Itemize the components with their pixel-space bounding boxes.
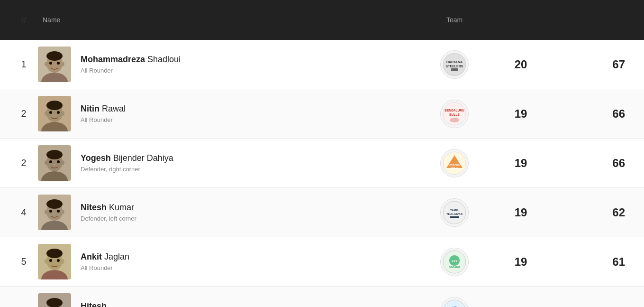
player-matches: 19 xyxy=(483,157,559,170)
player-name: Hitesh xyxy=(81,301,426,307)
player-rank: 4 xyxy=(9,207,38,218)
player-role: Defender, right corner xyxy=(81,166,426,173)
header-name: Name xyxy=(38,16,426,24)
svg-point-50 xyxy=(57,210,60,213)
player-tackle-points: 67 xyxy=(559,58,635,71)
team-logo: BENGALURU BULLS xyxy=(440,100,469,128)
svg-text:BULLS: BULLS xyxy=(449,113,460,116)
table-row[interactable]: 1 xyxy=(0,40,644,89)
player-name: Mohammadreza Shadloui xyxy=(81,55,426,65)
player-info: Mohammadreza Shadloui All Rounder xyxy=(38,47,426,82)
svg-text:BENGALURU: BENGALURU xyxy=(444,109,464,112)
table-row[interactable]: 2 xyxy=(0,139,644,188)
svg-point-21 xyxy=(49,111,52,114)
player-photo xyxy=(38,244,71,279)
player-team: DABANG DELHI xyxy=(426,149,483,177)
player-first-name: Hitesh xyxy=(81,301,107,307)
svg-text:TAMIL: TAMIL xyxy=(450,209,459,212)
svg-text:★★★: ★★★ xyxy=(452,260,458,262)
player-matches: 20 xyxy=(483,58,559,71)
player-info: Ankit Jaglan All Rounder xyxy=(38,244,426,279)
player-matches: 19 xyxy=(483,255,559,269)
player-tackle-points: 66 xyxy=(559,107,635,121)
player-last-name: Kumar xyxy=(109,203,134,212)
player-info: Yogesh Bijender Dahiya Defender, right c… xyxy=(38,145,426,181)
table-row[interactable]: 6 xyxy=(0,287,644,307)
header-tackle: Tackle Points xyxy=(559,7,635,33)
team-logo: TAMIL THALAIVAS xyxy=(440,198,469,227)
svg-text:DABANG: DABANG xyxy=(449,163,460,166)
svg-rect-55 xyxy=(450,216,459,218)
player-name: Yogesh Bijender Dahiya xyxy=(81,153,426,164)
svg-point-7 xyxy=(49,62,52,65)
svg-point-61 xyxy=(45,259,48,264)
svg-point-36 xyxy=(57,160,60,163)
svg-point-48 xyxy=(61,210,64,214)
player-tackle-points: 61 xyxy=(559,255,635,269)
svg-point-9 xyxy=(54,65,55,67)
table-row[interactable]: 5 xyxy=(0,237,644,287)
player-matches: 19 xyxy=(483,305,559,307)
player-details: Mohammadreza Shadloui All Rounder xyxy=(81,55,426,74)
player-photo xyxy=(38,96,71,131)
table-row[interactable]: 2 xyxy=(0,89,644,139)
header-rank: # xyxy=(9,15,38,26)
player-details: Nitesh Kumar Defender, left corner xyxy=(81,203,426,222)
player-role: All Rounder xyxy=(81,67,426,74)
svg-point-35 xyxy=(49,160,52,163)
player-role: All Rounder xyxy=(81,264,426,271)
player-name: Nitesh Kumar xyxy=(81,203,426,213)
player-photo xyxy=(38,47,71,82)
team-logo: DABANG DELHI xyxy=(440,149,469,177)
svg-point-27 xyxy=(450,118,459,122)
player-last-name: Shadloui xyxy=(147,55,181,64)
svg-point-62 xyxy=(61,259,64,264)
svg-text:DELHI: DELHI xyxy=(451,167,459,169)
player-rank: 1 xyxy=(9,59,38,70)
svg-point-47 xyxy=(45,210,48,214)
player-first-name: Mohammadreza xyxy=(81,55,145,64)
table-body: 1 xyxy=(0,40,644,307)
svg-text:DABANG: DABANG xyxy=(449,266,460,269)
player-details: Yogesh Bijender Dahiya Defender, right c… xyxy=(81,153,426,173)
player-last-name: Jaglan xyxy=(104,252,129,261)
svg-point-20 xyxy=(61,111,64,116)
player-team: BENGALURU BULLS xyxy=(426,100,483,128)
player-tackle-points: 62 xyxy=(559,206,635,219)
player-name: Ankit Jaglan xyxy=(81,252,426,262)
svg-point-22 xyxy=(57,111,60,114)
svg-point-49 xyxy=(49,210,52,213)
player-rank: 2 xyxy=(9,108,38,119)
player-photo xyxy=(38,145,71,181)
player-rank: 2 xyxy=(9,158,38,168)
player-first-name: Ankit xyxy=(81,252,102,261)
player-matches: 19 xyxy=(483,206,559,219)
svg-text:STEELERS: STEELERS xyxy=(446,65,463,68)
table-row[interactable]: 4 xyxy=(0,188,644,237)
player-role: All Rounder xyxy=(81,116,426,123)
player-team: UP YODDHAS xyxy=(426,297,483,307)
player-team: TAMIL THALAIVAS xyxy=(426,198,483,227)
header-team: Team xyxy=(426,16,483,24)
team-logo: ★★★ DABANG xyxy=(440,248,469,276)
svg-point-32 xyxy=(46,150,63,159)
player-matches: 19 xyxy=(483,107,559,121)
leaderboard-table: # Name Team Matches Played Tackle Points… xyxy=(0,0,644,307)
player-info: Nitin Rawal All Rounder xyxy=(38,96,426,131)
svg-point-18 xyxy=(46,101,63,110)
player-first-name: Nitin xyxy=(81,104,100,113)
svg-point-8 xyxy=(57,62,60,65)
svg-point-46 xyxy=(46,199,63,209)
player-details: Nitin Rawal All Rounder xyxy=(81,104,426,123)
svg-rect-13 xyxy=(451,68,458,71)
svg-point-51 xyxy=(54,214,55,215)
header-matches: Matches Played xyxy=(483,7,559,33)
player-first-name: Yogesh xyxy=(81,153,111,163)
team-logo: HARYANA STEELERS xyxy=(440,50,469,79)
player-last-name: Bijender Dahiya xyxy=(113,153,173,163)
svg-point-60 xyxy=(46,249,63,258)
svg-text:HARYANA: HARYANA xyxy=(446,60,463,64)
player-tackle-points: 66 xyxy=(559,157,635,170)
player-rank: 5 xyxy=(9,256,38,267)
svg-point-64 xyxy=(57,259,60,262)
